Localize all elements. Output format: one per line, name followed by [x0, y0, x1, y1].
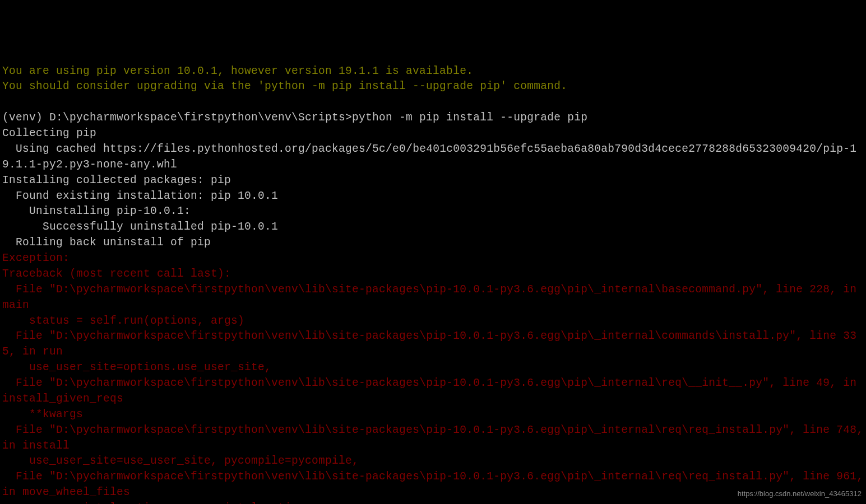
terminal-line — [2, 95, 864, 110]
terminal-line: use_user_site=use_user_site, pycompile=p… — [2, 454, 864, 469]
terminal-line: **kwargs — [2, 407, 864, 423]
terminal-line: status = self.run(options, args) — [2, 314, 864, 329]
terminal-line: (venv) D:\pycharmworkspace\firstpython\v… — [2, 110, 864, 126]
terminal-line: Successfully uninstalled pip-10.0.1 — [2, 220, 864, 235]
terminal-line: Exception: — [2, 251, 864, 267]
terminal-line: Collecting pip — [2, 126, 864, 142]
terminal-line: File "D:\pycharmworkspace\firstpython\ve… — [2, 282, 864, 314]
terminal-line: You should consider upgrading via the 'p… — [2, 79, 864, 95]
terminal-line: warn_script_location=warn_script_locatio… — [2, 501, 864, 504]
terminal-line: Found existing installation: pip 10.0.1 — [2, 189, 864, 204]
terminal-line: File "D:\pycharmworkspace\firstpython\ve… — [2, 423, 864, 454]
watermark-text: https://blog.csdn.net/weixin_43465312 — [738, 489, 862, 500]
terminal-output: You are using pip version 10.0.1, howeve… — [2, 64, 864, 505]
terminal-line: File "D:\pycharmworkspace\firstpython\ve… — [2, 329, 864, 360]
terminal-line: Uninstalling pip-10.0.1: — [2, 204, 864, 220]
terminal-line: Traceback (most recent call last): — [2, 267, 864, 282]
terminal-line: Installing collected packages: pip — [2, 173, 864, 189]
terminal-line: Using cached https://files.pythonhosted.… — [2, 142, 864, 173]
terminal-line: File "D:\pycharmworkspace\firstpython\ve… — [2, 469, 864, 501]
terminal-line: File "D:\pycharmworkspace\firstpython\ve… — [2, 376, 864, 407]
terminal-line: use_user_site=options.use_user_site, — [2, 360, 864, 376]
terminal-line: You are using pip version 10.0.1, howeve… — [2, 64, 864, 80]
terminal-line: Rolling back uninstall of pip — [2, 235, 864, 251]
